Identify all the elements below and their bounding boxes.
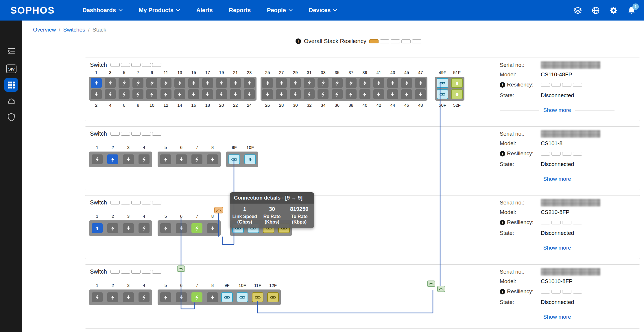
switch-port[interactable] [318, 78, 329, 88]
switch-port[interactable] [188, 78, 199, 88]
switch-port[interactable] [346, 89, 357, 99]
switch-port[interactable] [276, 78, 287, 88]
switch-port[interactable] [304, 78, 315, 88]
switch-port[interactable] [176, 154, 187, 164]
switch-port[interactable] [174, 89, 185, 99]
switch-port[interactable] [332, 78, 343, 88]
switch-port[interactable] [252, 292, 263, 302]
cloud-icon[interactable] [0, 98, 22, 104]
switch-port[interactable] [318, 89, 329, 99]
switch-port[interactable] [230, 89, 241, 99]
switch-port[interactable] [359, 78, 370, 88]
switch-port[interactable] [107, 223, 118, 233]
switch-port[interactable] [105, 78, 116, 88]
switch-port[interactable] [262, 78, 273, 88]
switch-port[interactable] [123, 154, 134, 164]
nav-item-devices[interactable]: Devices [309, 7, 337, 14]
switch-port[interactable] [107, 292, 118, 302]
bell-icon[interactable]: 1 [627, 6, 636, 15]
switch-port[interactable] [92, 223, 103, 233]
switch-port[interactable] [451, 89, 463, 99]
globe-icon[interactable] [591, 6, 600, 15]
switch-port[interactable] [387, 89, 398, 99]
switch-port[interactable] [401, 78, 412, 88]
switch-port[interactable] [91, 89, 102, 99]
switch-port[interactable] [290, 78, 301, 88]
switch-port[interactable] [123, 292, 134, 302]
switch-port[interactable] [244, 78, 255, 88]
switch-port[interactable] [276, 89, 287, 99]
switch-port[interactable] [359, 89, 370, 99]
switch-port[interactable] [191, 292, 202, 302]
switch-port[interactable] [123, 223, 134, 233]
switch-port[interactable] [119, 89, 130, 99]
shield-icon[interactable] [0, 113, 22, 121]
switch-port[interactable] [92, 154, 103, 164]
layers-icon[interactable] [573, 6, 582, 15]
switch-port[interactable] [216, 89, 227, 99]
switch-port[interactable] [139, 223, 150, 233]
switch-port[interactable] [202, 89, 213, 99]
switch-port[interactable] [174, 78, 185, 88]
switch-port[interactable] [132, 89, 143, 99]
collapse-sidebar-icon[interactable] [0, 47, 22, 55]
switch-port[interactable] [146, 78, 157, 88]
switch-port[interactable] [105, 89, 116, 99]
switch-port[interactable] [244, 154, 256, 164]
switch-port[interactable] [139, 292, 150, 302]
switch-port[interactable] [346, 78, 357, 88]
switch-port[interactable] [373, 89, 384, 99]
switch-port[interactable] [207, 292, 218, 302]
switch-port[interactable] [267, 292, 279, 302]
switch-port[interactable] [415, 78, 426, 88]
switch-port[interactable] [91, 78, 102, 88]
switch-port[interactable] [401, 89, 412, 99]
switch-port[interactable] [160, 89, 171, 99]
switch-port[interactable] [207, 223, 218, 233]
switch-port[interactable] [188, 89, 199, 99]
switches-icon[interactable]: Sw [0, 64, 22, 73]
switch-port[interactable] [139, 154, 150, 164]
switch-port[interactable] [160, 78, 171, 88]
switch-port[interactable] [202, 78, 213, 88]
switch-port[interactable] [244, 89, 255, 99]
switch-port[interactable] [191, 223, 202, 233]
connection-hop-icon-green[interactable] [427, 281, 435, 287]
switch-port[interactable] [160, 154, 171, 164]
gear-icon[interactable] [609, 6, 618, 15]
nav-item-reports[interactable]: Reports [229, 7, 251, 14]
connection-hop-icon-green[interactable] [437, 286, 445, 292]
nav-item-my-products[interactable]: My Products [139, 7, 180, 14]
breadcrumb-overview[interactable]: Overview [33, 27, 56, 33]
switch-port[interactable] [191, 154, 202, 164]
switch-port[interactable] [176, 292, 187, 302]
nav-item-dashboards[interactable]: Dashboards [82, 7, 123, 14]
switch-port[interactable] [387, 78, 398, 88]
switch-port[interactable] [176, 223, 187, 233]
switch-port[interactable] [221, 292, 233, 302]
show-more-link[interactable]: Show more [543, 245, 571, 251]
connection-hop-icon-green[interactable] [177, 265, 185, 272]
switch-port[interactable] [228, 154, 240, 164]
switch-port[interactable] [230, 78, 241, 88]
switch-port[interactable] [207, 154, 218, 164]
switch-port[interactable] [237, 292, 248, 302]
switch-port[interactable] [415, 89, 426, 99]
switch-port[interactable] [451, 78, 463, 88]
show-more-link[interactable]: Show more [543, 176, 571, 182]
switch-port[interactable] [332, 89, 343, 99]
switch-port[interactable] [160, 223, 171, 233]
switch-port[interactable] [92, 292, 103, 302]
breadcrumb-switches[interactable]: Switches [63, 27, 85, 33]
show-more-link[interactable]: Show more [543, 107, 571, 113]
nav-item-alerts[interactable]: Alerts [196, 7, 213, 14]
switch-port[interactable] [437, 89, 448, 99]
switch-port[interactable] [304, 89, 315, 99]
apps-grid-icon-active[interactable] [4, 78, 18, 92]
switch-port[interactable] [290, 89, 301, 99]
connection-hop-icon-orange[interactable] [214, 207, 223, 213]
switch-port[interactable] [437, 78, 448, 88]
switch-port[interactable] [146, 89, 157, 99]
switch-port[interactable] [119, 78, 130, 88]
switch-port[interactable] [132, 78, 143, 88]
